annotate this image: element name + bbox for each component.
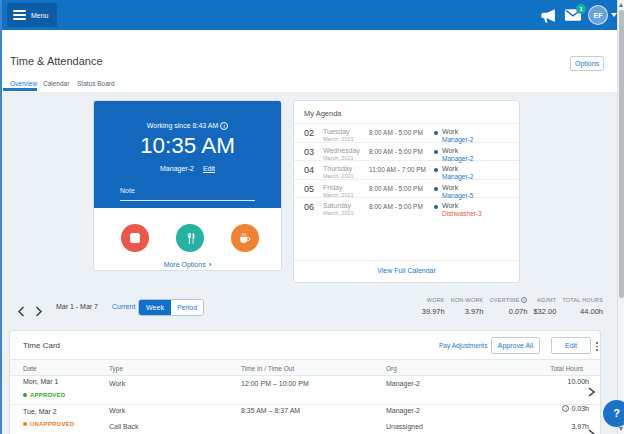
meal-button[interactable]	[176, 224, 204, 252]
break-button[interactable]	[231, 224, 259, 252]
row-chevron-icon[interactable]	[588, 425, 595, 434]
help-button[interactable]: ?	[603, 400, 624, 427]
status-badge: UNAPPROVED	[30, 421, 74, 427]
edit-button[interactable]: Edit	[551, 337, 591, 354]
info-icon[interactable]: i	[521, 297, 527, 303]
info-icon[interactable]: i	[562, 405, 569, 412]
clock-assignment-row: Manager-2Edit	[94, 165, 281, 172]
window-left-edge	[0, 0, 2, 434]
pay-adjustments-link[interactable]: Pay Adjustments	[439, 342, 487, 349]
clock-panel: Working since 8:43 AM i 10:35 AM Manager…	[94, 101, 281, 208]
agenda-type: Work	[442, 165, 458, 172]
agenda-card: My Agenda 02 Tuesday March, 2021 8:00 AM…	[293, 100, 520, 283]
scrollbar-thumb[interactable]	[619, 10, 624, 298]
stat-overtime: OVERTIME i0.07h	[489, 297, 527, 316]
agenda-title: My Agenda	[304, 109, 342, 118]
agenda-month: March, 2021	[323, 136, 354, 142]
event-dot	[434, 131, 438, 135]
time-attendance-page: Menu 1 EF Time & Attendance Options Over…	[0, 0, 624, 434]
agenda-item[interactable]: 02 Tuesday March, 2021 8:00 AM - 5:00 PM…	[294, 124, 519, 143]
agenda-item[interactable]: 05 Friday March, 2021 8:00 AM - 5:00 PM …	[294, 180, 519, 199]
utensils-icon	[184, 232, 197, 245]
agenda-weekday: Friday	[323, 184, 342, 191]
stat-adjmt: ADJMT$32.00	[533, 297, 556, 316]
info-icon[interactable]: i	[220, 122, 228, 130]
agenda-month: March, 2021	[323, 155, 354, 161]
agenda-day: 05	[304, 184, 314, 194]
agenda-type: Work	[442, 147, 458, 154]
stop-work-button[interactable]	[121, 224, 149, 252]
week-toggle[interactable]: Week	[139, 300, 171, 315]
agenda-time: 11:00 AM - 7:00 PM	[369, 166, 426, 173]
agenda-day: 06	[304, 202, 314, 212]
menu-button[interactable]: Menu	[7, 3, 57, 27]
agenda-item[interactable]: 04 Thursday March, 2021 11:00 AM - 7:00 …	[294, 161, 519, 180]
clock-actions: More Options›	[94, 208, 281, 271]
more-actions-icon[interactable]	[595, 340, 599, 353]
hamburger-icon	[13, 8, 26, 22]
agenda-time: 8:00 AM - 5:00 PM	[369, 148, 423, 155]
page-title: Time & Attendance	[10, 55, 103, 67]
period-toggle[interactable]: Period	[171, 300, 203, 315]
row-chevron-icon[interactable]	[588, 383, 595, 401]
more-options-link[interactable]: More Options›	[94, 260, 281, 269]
view-full-calendar-link[interactable]: View Full Calendar	[294, 267, 519, 274]
event-dot	[434, 187, 438, 191]
note-input[interactable]	[120, 200, 255, 201]
agenda-list: 02 Tuesday March, 2021 8:00 AM - 5:00 PM…	[294, 124, 519, 217]
week-period-toggle: Week Period	[138, 299, 204, 316]
avatar[interactable]: EF	[588, 5, 608, 25]
agenda-day: 02	[304, 128, 314, 138]
scroll-down-arrow[interactable]	[619, 427, 623, 431]
agenda-type: Work	[442, 184, 458, 191]
col-total-hours: Total Hours	[550, 365, 583, 372]
timecard-title: Time Card	[23, 341, 60, 350]
agenda-assignment-link[interactable]: Dishwasher-3	[442, 210, 482, 217]
agenda-month: March, 2021	[323, 210, 354, 216]
notification-badge: 1	[576, 4, 586, 14]
note-label: Note	[120, 187, 135, 194]
active-tab-underline	[3, 88, 37, 91]
agenda-time: 8:00 AM - 5:00 PM	[369, 185, 423, 192]
status-badge: APPROVED	[30, 392, 65, 398]
event-dot	[434, 205, 438, 209]
tab-status-board[interactable]: Status Board	[77, 80, 115, 87]
prev-week-button[interactable]	[17, 303, 26, 314]
options-button[interactable]: Options	[570, 56, 604, 71]
tab-calendar[interactable]: Calendar	[43, 80, 69, 87]
current-link[interactable]: Current	[112, 303, 135, 310]
menu-label: Menu	[31, 12, 49, 19]
scroll-up-arrow[interactable]	[619, 3, 623, 7]
working-since: Working since 8:43 AM i	[94, 122, 281, 130]
col-org: Org	[386, 365, 397, 372]
agenda-weekday: Saturday	[323, 202, 351, 209]
notifications-icon[interactable]: 1	[564, 8, 582, 26]
agenda-day: 04	[304, 165, 314, 175]
divider	[294, 260, 519, 261]
agenda-type: Work	[442, 202, 458, 209]
date-range: Mar 1 - Mar 7	[56, 303, 98, 310]
tab-overview[interactable]: Overview	[10, 80, 37, 87]
agenda-weekday: Thursday	[323, 165, 352, 172]
agenda-item[interactable]: 06 Saturday March, 2021 8:00 AM - 5:00 P…	[294, 198, 519, 217]
chevron-right-icon: ›	[209, 260, 212, 269]
edit-link[interactable]: Edit	[203, 165, 215, 172]
stat-non-work: NON-WORK3.97h	[451, 297, 484, 316]
scrollbar[interactable]	[617, 0, 624, 434]
announcements-icon[interactable]	[540, 8, 557, 27]
col-time: Time In / Time Out	[241, 365, 294, 372]
stat-total-hours: TOTAL HOURS44.00h	[562, 297, 603, 316]
coffee-icon	[238, 231, 252, 245]
next-week-button[interactable]	[35, 303, 44, 314]
approve-all-button[interactable]: Approve All	[491, 337, 540, 354]
stats-summary: WORK39.97h NON-WORK3.97h OVERTIME i0.07h…	[422, 297, 603, 316]
stop-icon	[130, 233, 140, 243]
stat-work: WORK39.97h	[422, 297, 445, 316]
col-date: Date	[23, 365, 37, 372]
agenda-type: Work	[442, 128, 458, 135]
timecard-section: Time Card Pay Adjustments Approve All Ed…	[9, 330, 601, 434]
clock-card: Working since 8:43 AM i 10:35 AM Manager…	[93, 100, 282, 271]
status-dot	[23, 422, 27, 426]
clock-assignment: Manager-2	[160, 165, 194, 172]
agenda-item[interactable]: 03 Wednesday March, 2021 8:00 AM - 5:00 …	[294, 143, 519, 162]
